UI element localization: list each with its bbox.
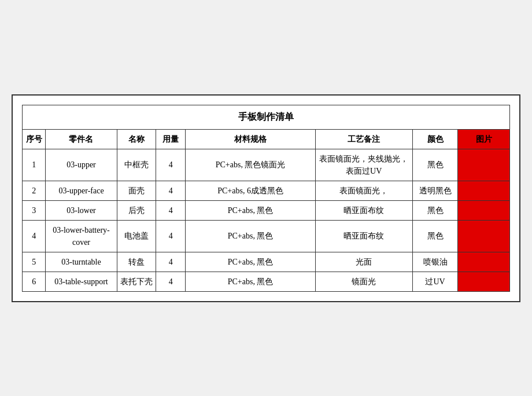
cell-spec: PC+abs, 黑色 [186,272,315,291]
cell-name: 转盘 [117,252,156,272]
cell-seq: 1 [23,149,46,181]
table-row: 503-turntable转盘4PC+abs, 黑色光面喷银油 [23,252,510,272]
cell-spec: PC+abs, 黑色镜面光 [186,149,315,181]
cell-part: 03-lower [46,200,117,220]
cell-part: 03-upper [46,149,117,181]
cell-process: 镜面光 [315,272,412,291]
cell-qty: 4 [156,220,186,252]
cell-part: 03-turntable [46,252,117,272]
cell-seq: 3 [23,200,46,220]
cell-spec: PC+abs, 黑色 [186,252,315,272]
cell-part: 03-table-support [46,272,117,291]
header-row: 序号 零件名 名称 用量 材料规格 工艺备注 颜色 图片 [23,129,510,149]
cell-seq: 5 [23,252,46,272]
header-seq: 序号 [23,129,46,149]
cell-img [458,220,510,252]
cell-qty: 4 [156,272,186,291]
cell-spec: PC+abs, 黑色 [186,200,315,220]
header-img: 图片 [458,129,510,149]
cell-color: 透明黑色 [412,181,457,200]
table-row: 203-upper-face面壳4PC+abs, 6成透黑色表面镜面光，透明黑色 [23,181,510,200]
header-spec: 材料规格 [186,129,315,149]
cell-part: 03-upper-face [46,181,117,200]
cell-name: 中框壳 [117,149,156,181]
cell-name: 后壳 [117,200,156,220]
table-row: 303-lower后壳4PC+abs, 黑色晒亚面布纹黑色 [23,200,510,220]
header-name: 名称 [117,129,156,149]
cell-name: 表托下壳 [117,272,156,291]
header-process: 工艺备注 [315,129,412,149]
cell-color: 黑色 [412,220,457,252]
cell-spec: PC+abs, 6成透黑色 [186,181,315,200]
cell-qty: 4 [156,181,186,200]
cell-name: 电池盖 [117,220,156,252]
cell-img [458,200,510,220]
cell-qty: 4 [156,149,186,181]
page-container: 手板制作清单 序号 零件名 名称 用量 材料规格 工艺备注 颜色 图片 103-… [12,94,520,302]
cell-img [458,149,510,181]
cell-qty: 4 [156,200,186,220]
cell-color: 过UV [412,272,457,291]
table-row: 603-table-support表托下壳4PC+abs, 黑色镜面光过UV [23,272,510,291]
cell-spec: PC+abs, 黑色 [186,220,315,252]
cell-seq: 2 [23,181,46,200]
cell-name: 面壳 [117,181,156,200]
cell-img [458,252,510,272]
cell-part: 03-lower-battery-cover [46,220,117,252]
cell-color: 黑色 [412,200,457,220]
cell-process: 晒亚面布纹 [315,200,412,220]
cell-color: 黑色 [412,149,457,181]
cell-img [458,181,510,200]
header-color: 颜色 [412,129,457,149]
main-table: 序号 零件名 名称 用量 材料规格 工艺备注 颜色 图片 103-upper中框… [22,129,510,292]
cell-process: 光面 [315,252,412,272]
cell-process: 表面镜面光，夹线抛光，表面过UV [315,149,412,181]
cell-seq: 4 [23,220,46,252]
cell-seq: 6 [23,272,46,291]
cell-img [458,272,510,291]
table-row: 103-upper中框壳4PC+abs, 黑色镜面光表面镜面光，夹线抛光，表面过… [23,149,510,181]
cell-qty: 4 [156,252,186,272]
header-qty: 用量 [156,129,186,149]
table-title: 手板制作清单 [22,105,510,129]
cell-process: 晒亚面布纹 [315,220,412,252]
table-row: 403-lower-battery-cover电池盖4PC+abs, 黑色晒亚面… [23,220,510,252]
header-part: 零件名 [46,129,117,149]
cell-color: 喷银油 [412,252,457,272]
cell-process: 表面镜面光， [315,181,412,200]
